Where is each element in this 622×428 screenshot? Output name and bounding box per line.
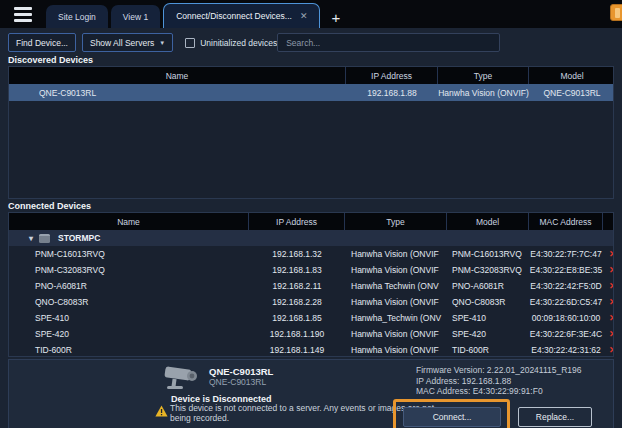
disconnected-x-icon: ✕: [609, 249, 614, 259]
cell-name: SPE-410: [9, 310, 249, 326]
cell-ip: 192.168.1.190: [249, 326, 345, 342]
column-header-mac[interactable]: MAC Address: [529, 213, 603, 230]
connected-device-row[interactable]: TID-600R 192.168.1.149 Hanwha Vision (ON…: [9, 342, 613, 357]
column-header-model[interactable]: Model: [529, 67, 614, 84]
discovered-devices-title: Discovered Devices: [8, 55, 614, 66]
column-header-ip[interactable]: IP Address: [249, 213, 345, 230]
cell-model: TID-600R: [447, 342, 529, 357]
connected-table-header: Name IP Address Type Model MAC Address: [9, 213, 613, 230]
ip-address: IP Address: 192.168.1.88: [416, 376, 582, 387]
add-tab-button[interactable]: +: [331, 10, 340, 25]
cell-name: TID-600R: [9, 342, 249, 357]
tab-label: View 1: [123, 12, 148, 22]
close-tab-icon[interactable]: ✕: [300, 11, 308, 21]
connected-device-row[interactable]: PNO-A6081R 192.168.2.11 Hanwha Techwin (…: [9, 278, 613, 294]
show-all-servers-dropdown[interactable]: Show All Servers ▼: [82, 33, 173, 52]
column-header-model[interactable]: Model: [447, 213, 529, 230]
cell-mac: 00:09:18:60:10:00: [529, 310, 603, 326]
connected-device-row[interactable]: PNM-C16013RVQ 192.168.1.32 Hanwha Vision…: [9, 246, 613, 262]
connected-device-row[interactable]: SPE-410 192.168.1.85 Hanwha_Techwin (ONV…: [9, 310, 613, 326]
cell-mac: E4:30:22:6F:3E:4C: [529, 326, 603, 342]
cell-model: PNO-A6081R: [447, 278, 529, 294]
checkbox-label: Uninitialized devices: [200, 38, 277, 48]
cell-model: PNM-C16013RVQ: [447, 246, 529, 262]
search-input[interactable]: [277, 33, 500, 52]
cell-mac: E4:30:22:42:F5:0D: [529, 278, 603, 294]
tab-connect-disconnect-devices[interactable]: Connect/Disconnect Devices... ✕: [163, 3, 320, 28]
cell-name: SPE-420: [9, 326, 249, 342]
camera-icon: [161, 365, 203, 393]
cell-ip: 192.168.1.85: [249, 310, 345, 326]
detail-device-name: QNE-C9013RL: [209, 366, 273, 377]
cell-ip: 192.168.1.32: [249, 246, 345, 262]
discovered-table-body: QNE-C9013RL 192.168.1.88 Hanwha Vision (…: [9, 84, 613, 101]
disconnected-x-icon: ✕: [609, 265, 614, 275]
tab-label: Site Login: [58, 12, 96, 22]
cell-model: SPE-420: [447, 326, 529, 342]
connected-device-row[interactable]: QNO-C8083R 192.168.2.28 Hanwha Vision (O…: [9, 294, 613, 310]
connect-button[interactable]: Connect...: [403, 407, 501, 427]
main-content: Find Device... Show All Servers ▼ Uninit…: [0, 28, 622, 428]
server-group-row[interactable]: ▾ STORMPC: [9, 230, 613, 246]
device-detail-panel: QNE-C9013RL QNE-C9013RL Firmware Version…: [8, 359, 614, 428]
cell-name: PNO-A6081R: [9, 278, 249, 294]
connected-devices-table: Name IP Address Type Model MAC Address ▾…: [8, 212, 614, 357]
cell-type: Hanwha Vision (ONVIF: [345, 326, 447, 342]
tab-bar: Site Login View 1 Connect/Disconnect Dev…: [0, 0, 622, 28]
cell-status: ✕ N: [603, 278, 614, 294]
discovered-device-row[interactable]: QNE-C9013RL 192.168.1.88 Hanwha Vision (…: [9, 84, 613, 101]
warning-triangle-icon: [155, 405, 168, 417]
cell-mac: E4:30:22:6D:C5:47: [529, 294, 603, 310]
tab-site-login[interactable]: Site Login: [46, 5, 108, 28]
cell-name: QNE-C9013RL: [9, 84, 346, 101]
column-header-ip[interactable]: IP Address: [346, 67, 438, 84]
cell-status: ✕ N: [603, 246, 614, 262]
firmware-version: Firmware Version: 2.22.01_20241115_R196: [416, 365, 582, 376]
discovered-devices-table: Name IP Address Type Model QNE-C9013RL 1…: [8, 66, 614, 199]
hamburger-menu-icon[interactable]: [0, 0, 46, 28]
cell-name: PNM-C16013RVQ: [9, 246, 249, 262]
tab-view-1[interactable]: View 1: [111, 5, 160, 28]
cell-mac: E4:30:22:42:31:62: [529, 342, 603, 357]
uninitialized-devices-toggle[interactable]: Uninitialized devices: [185, 38, 277, 48]
cell-ip: 192.168.2.11: [249, 278, 345, 294]
connected-devices-title: Connected Devices: [8, 201, 614, 212]
mac-address: MAC Address: E4:30:22:99:91:F0: [416, 386, 582, 397]
column-header-type[interactable]: Type: [438, 67, 529, 84]
collapse-caret-icon[interactable]: ▾: [29, 234, 33, 243]
detail-device-model: QNE-C9013RL: [209, 377, 266, 387]
toolbar: Find Device... Show All Servers ▼ Uninit…: [8, 33, 614, 52]
cell-status: ✕ N: [603, 326, 614, 342]
cell-type: Hanwha Vision (ONVIF: [345, 246, 447, 262]
replace-button[interactable]: Replace...: [518, 407, 592, 427]
connected-device-row[interactable]: PNM-C32083RVQ 192.168.1.83 Hanwha Vision…: [9, 262, 613, 278]
column-header-status[interactable]: [603, 213, 614, 230]
clipped-orange-icon: [610, 4, 622, 21]
disconnected-x-icon: ✕: [609, 281, 614, 291]
connected-table-body: PNM-C16013RVQ 192.168.1.32 Hanwha Vision…: [9, 246, 613, 357]
cell-mac: E4:30:22:E8:BE:35: [529, 262, 603, 278]
disconnected-x-icon: ✕: [609, 297, 614, 307]
column-header-name[interactable]: Name: [9, 213, 249, 230]
disconnected-x-icon: ✕: [609, 313, 614, 323]
device-info-block: Firmware Version: 2.22.01_20241115_R196 …: [416, 365, 582, 397]
disconnected-x-icon: ✕: [609, 345, 614, 355]
cell-mac: E4:30:22:7F:7C:47: [529, 246, 603, 262]
column-header-type[interactable]: Type: [345, 213, 447, 230]
cell-model: QNO-C8083R: [447, 294, 529, 310]
disconnected-x-icon: ✕: [609, 329, 614, 339]
cell-status: ✕ N: [603, 294, 614, 310]
cell-name: QNO-C8083R: [9, 294, 249, 310]
dropdown-label: Show All Servers: [90, 38, 154, 48]
server-icon: [39, 234, 50, 243]
server-group-label: STORMPC: [58, 233, 100, 243]
cell-ip: 192.168.1.83: [249, 262, 345, 278]
uninitialized-checkbox[interactable]: [185, 38, 195, 48]
cell-ip: 192.168.2.28: [249, 294, 345, 310]
cell-type: Hanwha Vision (ONVIF): [438, 84, 529, 101]
find-device-button[interactable]: Find Device...: [8, 33, 76, 52]
connected-device-row[interactable]: SPE-420 192.168.1.190 Hanwha Vision (ONV…: [9, 326, 613, 342]
cell-model: SPE-410: [447, 310, 529, 326]
column-header-name[interactable]: Name: [9, 67, 346, 84]
cell-status: ✕ N: [603, 262, 614, 278]
